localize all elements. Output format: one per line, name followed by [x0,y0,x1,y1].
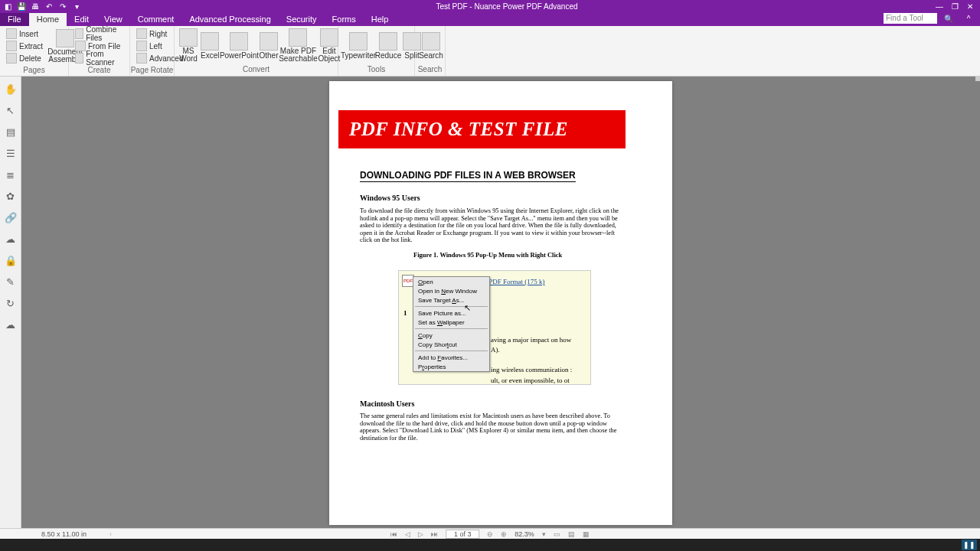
ms-word-button[interactable]: MS Word [179,28,198,63]
stamps-icon[interactable]: ✿ [3,188,18,204]
scroll-up-icon[interactable] [975,77,980,81]
figure-text-1b: A). [491,346,500,354]
search-icon[interactable]: 🔍 [940,13,957,24]
destinations-icon[interactable]: ≣ [3,167,18,182]
typewriter-button[interactable]: Typewriter [343,32,374,60]
tab-advanced-processing[interactable]: Advanced Processing [181,13,278,26]
fit-visible-icon[interactable]: ▦ [583,530,590,538]
search-button[interactable]: Search [420,32,443,60]
extract-button[interactable]: Extract [5,40,44,52]
menu-open-new-window[interactable]: Open in New Window [413,286,489,295]
pages-panel-icon[interactable]: ▤ [3,124,18,139]
menu-separator [415,328,488,329]
find-tool-input[interactable]: Find a Tool [884,13,937,24]
collapse-ribbon-icon[interactable]: ^ [960,13,977,24]
pause-button[interactable]: ❚❚ [962,540,977,550]
ribbon-group-search: Search Search [415,26,446,76]
close-button[interactable]: ✕ [963,2,977,12]
word-icon [179,28,198,47]
print-icon[interactable]: 🖶 [31,2,40,11]
select-tool-icon[interactable]: ↖ [3,103,18,118]
pdf-banner: PDF INFO & TEST FILE [338,110,626,148]
zoom-in-button[interactable]: ⊕ [501,530,507,538]
banner-text: PDF INFO & TEST FILE [349,119,568,140]
edit-object-icon [320,28,338,47]
searchable-icon [289,28,307,47]
redo-icon[interactable]: ↷ [58,2,67,11]
delete-button[interactable]: Delete [5,52,44,64]
ribbon-group-create: Combine Files From File From Scanner Cre… [69,26,130,76]
collapse-left-icon[interactable]: ‹ [109,530,112,538]
bookmarks-icon[interactable]: ☰ [3,145,18,161]
menu-copy[interactable]: Copy [413,331,489,340]
menu-set-as-wallpaper[interactable]: Set as Wallpaper [413,318,489,327]
app-menu-icon[interactable]: ◧ [3,2,12,11]
minimize-button[interactable]: — [933,2,946,12]
document-area[interactable]: PDF INFO & TEST FILE DOWNLOADING PDF FIL… [21,77,980,528]
menu-add-to-favorites[interactable]: Add to Favorites... [413,353,489,362]
from-file-icon [75,41,86,51]
fit-page-icon[interactable]: ▭ [554,530,560,538]
security-panel-icon[interactable]: 🔒 [3,253,18,268]
last-page-button[interactable]: ⏭ [431,530,438,538]
page-number-input[interactable]: 1 of 3 [446,530,479,539]
insert-icon [6,28,17,39]
menu-open[interactable]: Open [413,277,489,286]
from-scanner-button[interactable]: From Scanner [74,52,125,64]
excel-button[interactable]: Excel [201,32,219,60]
tab-edit[interactable]: Edit [67,13,96,26]
zoom-out-button[interactable]: ⊖ [487,530,493,538]
combine-icon [75,28,83,39]
make-pdf-searchable-button[interactable]: Make PDF Searchable [281,28,315,63]
edit-object-button[interactable]: Edit Object [318,28,340,63]
tab-security[interactable]: Security [279,13,325,26]
combine-files-button[interactable]: Combine Files [74,28,125,40]
undo-icon[interactable]: ↶ [44,2,54,11]
signatures-icon[interactable]: ✎ [3,274,18,289]
cursor-icon: ↖ [464,303,471,313]
subheading-macintosh: Macintosh Users [360,399,414,408]
reduce-icon [379,32,397,51]
other-button[interactable]: Other [259,32,278,60]
prev-page-button[interactable]: ◁ [405,530,410,538]
next-page-button[interactable]: ▷ [418,530,423,538]
powerpoint-button[interactable]: PowerPoint [222,32,256,60]
extract-icon [6,41,17,51]
window-buttons: — ❐ ✕ [933,2,977,12]
figure-caption: Figure 1. Windows 95 Pop-Up Menu with Ri… [413,251,562,259]
save-icon[interactable]: 💾 [17,2,26,11]
paragraph-macintosh: The same general rules and limitations e… [360,412,624,442]
attachments-icon[interactable]: 🔗 [3,210,18,225]
group-label-search: Search [415,65,445,76]
workspace: ✋ ↖ ▤ ☰ ≣ ✿ 🔗 ☁ 🔒 ✎ ↻ ☁ PDF INFO & TEST … [0,77,980,528]
zoom-dropdown-icon[interactable]: ▾ [542,530,546,538]
cloud-icon[interactable]: ☁ [3,317,18,332]
context-menu: Open Open in New Window Save Target As..… [413,276,490,372]
menu-properties[interactable]: Properties [413,362,489,371]
first-page-button[interactable]: ⏮ [390,530,397,538]
insert-button[interactable]: Insert [5,28,44,40]
tab-home[interactable]: Home [29,13,67,26]
tab-view[interactable]: View [96,13,130,26]
fit-width-icon[interactable]: ▤ [568,530,575,538]
tab-comment[interactable]: Comment [130,13,182,26]
tab-forms[interactable]: Forms [325,13,364,26]
page-dimensions: 8.50 x 11.00 in [0,530,87,538]
ribbon-group-convert: MS Word Excel PowerPoint Other Make PDF … [175,26,338,76]
tab-file[interactable]: File [0,13,29,26]
menu-save-target-as[interactable]: Save Target As... [413,295,489,305]
menu-save-picture-as[interactable]: Save Picture as... [413,308,489,318]
ribbon-group-pages: Insert Extract Delete Document Assembly … [0,26,69,76]
excel-icon [201,32,219,51]
group-label-create: Create [69,66,129,76]
dropdown-icon[interactable]: ▾ [72,2,81,11]
tags-icon[interactable]: ↻ [3,295,18,311]
tab-help[interactable]: Help [364,13,397,26]
rotate-left-icon [136,41,147,51]
other-icon [260,32,278,51]
hand-tool-icon[interactable]: ✋ [3,81,18,96]
reduce-button[interactable]: Reduce [377,32,400,60]
menu-copy-shortcut[interactable]: Copy Shortcut [413,340,489,349]
maximize-button[interactable]: ❐ [948,2,962,12]
comments-icon[interactable]: ☁ [3,231,18,246]
